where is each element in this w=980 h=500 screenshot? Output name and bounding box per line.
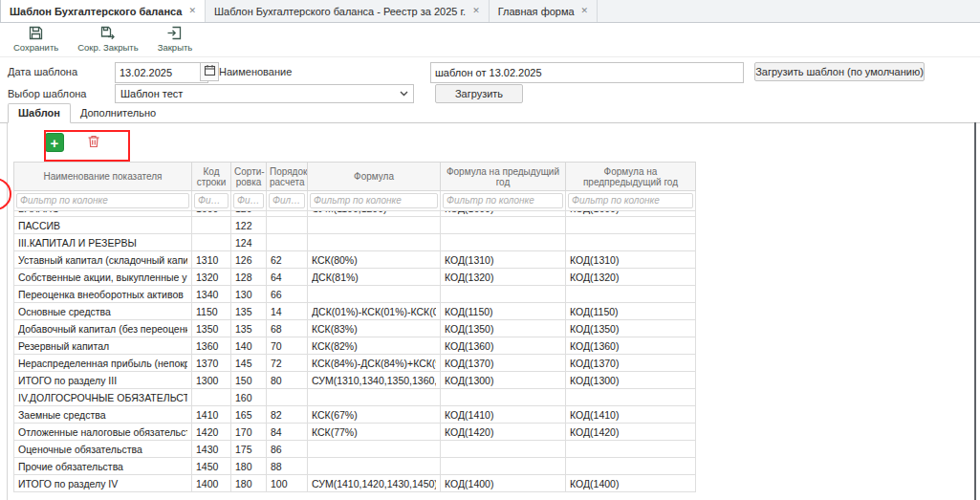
cell[interactable]: КОД(1150) bbox=[441, 303, 566, 320]
close-icon[interactable]: ✕ bbox=[581, 7, 589, 15]
cell[interactable]: КОД(1150) bbox=[566, 303, 696, 320]
cell[interactable]: ИТОГО по разделу IV bbox=[14, 475, 192, 492]
table-row[interactable]: Уставный капитал (складочный капита...13… bbox=[14, 251, 696, 269]
cell[interactable]: 1340 bbox=[192, 286, 231, 303]
cell[interactable]: 72 bbox=[267, 355, 308, 372]
filter-input[interactable]: Фильтр по колонке bbox=[194, 193, 229, 208]
cell[interactable]: КОД(1300) bbox=[441, 372, 566, 389]
tab-template[interactable]: Шаблон bbox=[8, 103, 71, 123]
cell[interactable]: 145 bbox=[231, 355, 267, 372]
cell[interactable] bbox=[192, 389, 231, 406]
chevron-down-icon[interactable] bbox=[400, 91, 408, 97]
cell[interactable]: 135 bbox=[231, 303, 267, 320]
cell[interactable]: КСК(82%) bbox=[308, 337, 441, 355]
cell[interactable]: 140 bbox=[231, 337, 267, 355]
cell[interactable]: 180 bbox=[231, 458, 267, 475]
cell[interactable] bbox=[308, 458, 441, 475]
cell[interactable]: КОД(1360) bbox=[441, 337, 566, 355]
cell[interactable]: 1430 bbox=[192, 441, 231, 458]
cell[interactable]: 135 bbox=[231, 320, 267, 337]
cell[interactable] bbox=[566, 389, 696, 406]
cell[interactable]: КСК(80%) bbox=[308, 251, 441, 269]
cell[interactable] bbox=[566, 441, 696, 458]
cell[interactable]: 180 bbox=[231, 475, 267, 492]
cell[interactable]: 128 bbox=[231, 269, 267, 286]
cell[interactable]: КСК(67%) bbox=[308, 406, 441, 424]
cell[interactable]: КОД(1360) bbox=[566, 337, 696, 355]
cell[interactable]: 170 bbox=[231, 424, 267, 441]
cell[interactable] bbox=[308, 441, 441, 458]
cell[interactable]: КСК(77%) bbox=[308, 424, 441, 441]
cell[interactable]: III.КАПИТАЛ И РЕЗЕРВЫ bbox=[14, 234, 192, 251]
cell[interactable]: КСК(84%)-ДСК(84%)+КСК(99... bbox=[308, 355, 441, 372]
date-picker-button[interactable] bbox=[200, 62, 219, 81]
cell[interactable] bbox=[267, 217, 308, 234]
load-button[interactable]: Загрузить bbox=[435, 84, 523, 103]
cell[interactable]: КОД(1350) bbox=[441, 320, 566, 337]
name-input[interactable]: шаблон от 13.02.2025 bbox=[430, 62, 744, 83]
cell[interactable]: КОД(1400) bbox=[441, 475, 566, 492]
template-select[interactable]: Шаблон тест bbox=[115, 84, 414, 103]
cell[interactable]: СУМ(1310,1340,1350,1360,1... bbox=[308, 372, 441, 389]
cell[interactable]: Прочие обязательства bbox=[14, 458, 192, 475]
cell[interactable]: 82 bbox=[267, 406, 308, 424]
cell[interactable]: 1360 bbox=[192, 337, 231, 355]
cell[interactable]: 70 bbox=[267, 337, 308, 355]
cell[interactable]: КОД(1310) bbox=[441, 251, 566, 269]
close-icon[interactable]: ✕ bbox=[188, 7, 196, 15]
cell[interactable]: КСК(83%) bbox=[308, 320, 441, 337]
cell[interactable]: 1410 bbox=[192, 406, 231, 424]
cell[interactable] bbox=[441, 441, 566, 458]
cell[interactable]: 175 bbox=[231, 441, 267, 458]
filter-input[interactable]: Фильтр по колонке bbox=[233, 193, 264, 208]
table-row[interactable]: Прочие обязательства145018088 bbox=[14, 458, 696, 475]
cell[interactable] bbox=[441, 389, 566, 406]
tab-additional[interactable]: Дополнительно bbox=[71, 104, 165, 122]
table-row[interactable]: Добавочный капитал (без переоценки)13501… bbox=[14, 320, 696, 337]
cell[interactable]: 1420 bbox=[192, 424, 231, 441]
cell[interactable]: 122 bbox=[231, 217, 267, 234]
table-row[interactable]: Оценочные обязательства143017586 bbox=[14, 441, 696, 458]
cell[interactable]: Переоценка внеоборотных активов bbox=[14, 286, 192, 303]
cell[interactable] bbox=[441, 458, 566, 475]
cell[interactable]: 1400 bbox=[192, 475, 231, 492]
column-header-1[interactable]: Код строки bbox=[192, 163, 231, 191]
table-row[interactable]: ПАССИВ122 bbox=[14, 217, 696, 234]
cell[interactable]: Резервный капитал bbox=[14, 337, 192, 355]
cell[interactable] bbox=[308, 286, 441, 303]
column-header-4[interactable]: Формула bbox=[308, 163, 441, 191]
cell[interactable] bbox=[566, 217, 696, 234]
cell[interactable]: 100 bbox=[267, 475, 308, 492]
cell[interactable]: Собственные акции, выкупленные у ак... bbox=[14, 269, 192, 286]
cell[interactable]: IV.ДОЛГОСРОЧНЫЕ ОБЯЗАТЕЛЬСТВА bbox=[14, 389, 192, 406]
cell[interactable]: 62 bbox=[267, 251, 308, 269]
cell[interactable]: КОД(1300) bbox=[566, 372, 696, 389]
date-input[interactable]: 13.02.2025 bbox=[115, 62, 208, 83]
cell[interactable] bbox=[192, 217, 231, 234]
cell[interactable]: 1370 bbox=[192, 355, 231, 372]
cell[interactable] bbox=[566, 458, 696, 475]
cell[interactable]: 1150 bbox=[192, 303, 231, 320]
cell[interactable]: Нераспределенная прибыль (непокрыт... bbox=[14, 355, 192, 372]
cell[interactable]: 14 bbox=[267, 303, 308, 320]
cell[interactable]: СУМ(1410,1420,1430,1450) bbox=[308, 475, 441, 492]
load-default-template-button[interactable]: Загрузить шаблон (по умолчанию) bbox=[754, 62, 925, 81]
table-row[interactable]: IV.ДОЛГОСРОЧНЫЕ ОБЯЗАТЕЛЬСТВА160 bbox=[14, 389, 696, 406]
table-row[interactable]: Переоценка внеоборотных активов134013066 bbox=[14, 286, 696, 303]
cell[interactable]: КОД(1370) bbox=[566, 355, 696, 372]
cell[interactable]: 84 bbox=[267, 424, 308, 441]
cell[interactable]: 124 bbox=[231, 234, 267, 251]
table-row[interactable]: Основные средства115013514ДСК(01%)-КСК(0… bbox=[14, 303, 696, 320]
column-header-0[interactable]: Наименование показателя bbox=[14, 163, 192, 191]
cell[interactable]: ДСК(81%) bbox=[308, 269, 441, 286]
cell[interactable]: ИТОГО по разделу III bbox=[14, 372, 192, 389]
cell[interactable]: 88 bbox=[267, 458, 308, 475]
table-row[interactable]: Отложенные налоговые обязательства142017… bbox=[14, 424, 696, 441]
cell[interactable]: КОД(1320) bbox=[441, 269, 566, 286]
cell[interactable]: КОД(1350) bbox=[566, 320, 696, 337]
table-row[interactable]: Резервный капитал136014070КСК(82%)КОД(13… bbox=[14, 337, 696, 355]
cell[interactable]: КОД(1410) bbox=[566, 406, 696, 424]
window-tab-balance-template[interactable]: Шаблон Бухгалтерского баланса ✕ bbox=[0, 0, 206, 22]
delete-row-button[interactable] bbox=[83, 133, 104, 152]
cell[interactable] bbox=[441, 217, 566, 234]
